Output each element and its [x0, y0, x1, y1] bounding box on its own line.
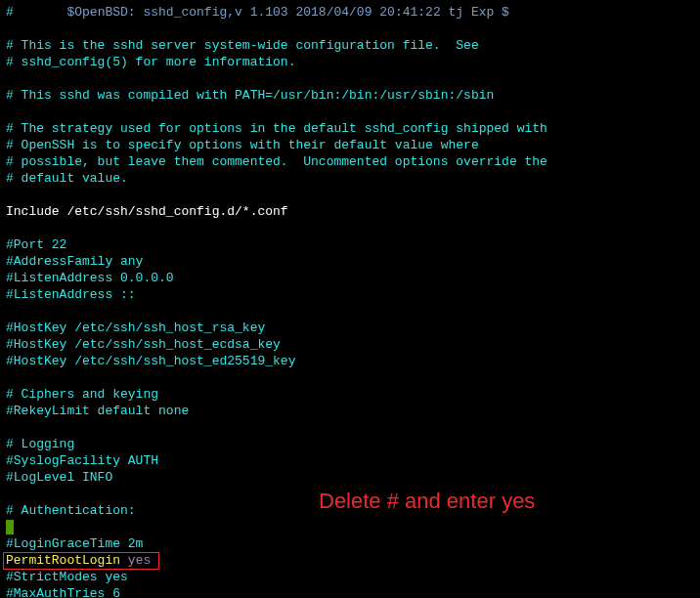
text-span: # sshd_config(5) for more information. — [6, 55, 295, 69]
terminal-line — [6, 369, 694, 386]
text-span: PermitRootLogin — [6, 553, 128, 568]
text-span: #ListenAddress 0.0.0.0 — [6, 271, 174, 285]
text-span: # Authentication: — [6, 503, 136, 518]
terminal-line: # OpenSSH is to specify options with the… — [6, 137, 694, 153]
text-span: # Ciphers and keying — [6, 387, 158, 402]
terminal-line: #LogLevel INFO — [6, 469, 694, 486]
text-span: # Logging — [6, 437, 74, 451]
text-span: #MaxAuthTries 6 — [6, 586, 120, 598]
terminal-line — [6, 104, 694, 120]
terminal-line — [6, 486, 694, 502]
terminal-line: #HostKey /etc/ssh/ssh_host_rsa_key — [6, 320, 694, 336]
text-span: # This is the sshd server system-wide co… — [6, 38, 479, 53]
terminal-line: #HostKey /etc/ssh/ssh_host_ecdsa_key — [6, 336, 694, 353]
terminal-line: #ListenAddress 0.0.0.0 — [6, 270, 694, 286]
terminal-editor[interactable]: # $OpenBSD: sshd_config,v 1.103 2018/04/… — [6, 4, 694, 598]
text-span: $OpenBSD: sshd_config,v 1.103 2018/04/09… — [66, 5, 508, 20]
terminal-line — [6, 419, 694, 436]
text-span — [14, 5, 67, 20]
text-span: #HostKey /etc/ssh/ssh_host_rsa_key — [6, 320, 265, 335]
terminal-line: # $OpenBSD: sshd_config,v 1.103 2018/04/… — [6, 4, 694, 21]
text-span: # default value. — [6, 171, 128, 186]
terminal-line: # possible, but leave them commented. Un… — [6, 153, 694, 170]
text-span: #LoginGraceTime 2m — [6, 536, 143, 551]
text-span: #RekeyLimit default none — [6, 404, 189, 418]
terminal-line — [6, 70, 694, 87]
terminal-line: # sshd_config(5) for more information. — [6, 54, 694, 70]
terminal-line: # default value. — [6, 170, 694, 187]
terminal-line — [6, 519, 694, 535]
terminal-line: # This sshd was compiled with PATH=/usr/… — [6, 87, 694, 104]
terminal-line — [6, 21, 694, 37]
terminal-line — [6, 187, 694, 203]
terminal-line: #RekeyLimit default none — [6, 403, 694, 419]
text-span: yes — [128, 553, 151, 568]
text-span: # — [6, 5, 14, 20]
text-span: # possible, but leave them commented. Un… — [6, 154, 547, 169]
terminal-line: #MaxAuthTries 6 — [6, 585, 694, 598]
terminal-line: # Ciphers and keying — [6, 386, 694, 403]
text-span: #AddressFamily any — [6, 254, 143, 269]
terminal-line: PermitRootLogin yes — [6, 552, 694, 569]
terminal-line: #SyslogFacility AUTH — [6, 452, 694, 469]
terminal-line: #LoginGraceTime 2m — [6, 535, 694, 552]
terminal-line: Include /etc/ssh/sshd_config.d/*.conf — [6, 203, 694, 220]
terminal-line — [6, 303, 694, 320]
text-span: #LogLevel INFO — [6, 470, 112, 485]
terminal-line: # This is the sshd server system-wide co… — [6, 37, 694, 54]
cursor — [6, 520, 14, 534]
terminal-line: # Logging — [6, 436, 694, 452]
text-span: #StrictModes yes — [6, 570, 128, 584]
terminal-line — [6, 220, 694, 236]
text-span: Include /etc/ssh/sshd_config.d/*.conf — [6, 204, 288, 219]
text-span: # The strategy used for options in the d… — [6, 121, 547, 136]
terminal-line: # Authentication: — [6, 502, 694, 519]
text-span: #HostKey /etc/ssh/ssh_host_ecdsa_key — [6, 337, 281, 352]
terminal-line: #HostKey /etc/ssh/ssh_host_ed25519_key — [6, 353, 694, 369]
text-span: #HostKey /etc/ssh/ssh_host_ed25519_key — [6, 354, 295, 368]
text-span: # This sshd was compiled with PATH=/usr/… — [6, 88, 494, 103]
terminal-line: #Port 22 — [6, 236, 694, 253]
terminal-line: # The strategy used for options in the d… — [6, 120, 694, 137]
text-span: #Port 22 — [6, 237, 66, 252]
terminal-line: #AddressFamily any — [6, 253, 694, 270]
terminal-line: #ListenAddress :: — [6, 286, 694, 303]
text-span: #SyslogFacility AUTH — [6, 453, 158, 468]
text-span: #ListenAddress :: — [6, 287, 136, 302]
text-span: # OpenSSH is to specify options with the… — [6, 138, 479, 152]
terminal-line: #StrictModes yes — [6, 569, 694, 585]
